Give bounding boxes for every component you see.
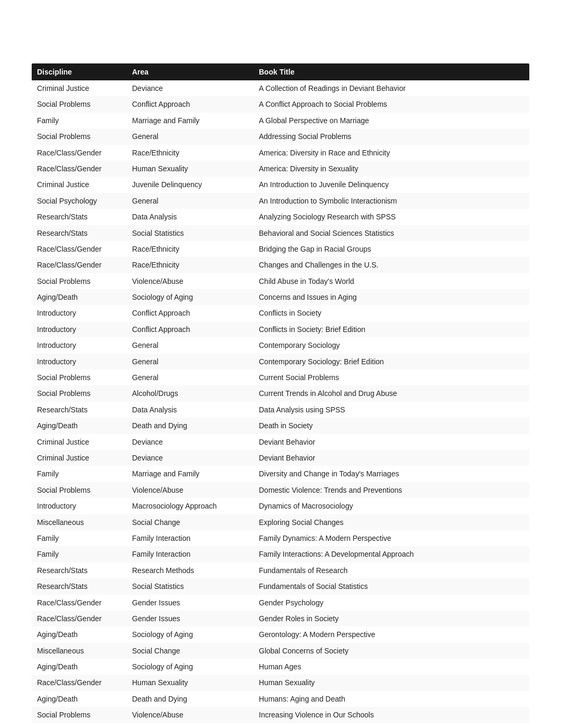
cell-discipline: Miscellaneous — [37, 644, 132, 657]
table-row: Criminal JusticeJuvenile DelinquencyAn I… — [32, 177, 529, 192]
cell-discipline: Race/Class/Gender — [37, 162, 132, 175]
cell-area: General — [132, 355, 259, 368]
table-row: IntroductoryGeneralContemporary Sociolog… — [32, 354, 529, 370]
cell-area: Macrosociology Approach — [132, 500, 259, 512]
table-row: Race/Class/GenderHuman SexualityHuman Se… — [32, 675, 529, 690]
table-row: Social ProblemsViolence/AbuseDomestic Vi… — [32, 482, 529, 498]
table-row: MiscellaneousSocial ChangeGlobal Concern… — [32, 643, 529, 659]
table-row: IntroductoryGeneralContemporary Sociolog… — [32, 337, 529, 353]
cell-area: Human Sexuality — [132, 676, 259, 689]
table-row: Aging/DeathDeath and DyingHumans: Aging … — [32, 691, 529, 707]
table-row: Criminal JusticeDevianceDeviant Behavior — [32, 434, 529, 450]
cell-discipline: Social Problems — [37, 708, 132, 721]
cell-discipline: Aging/Death — [37, 693, 132, 705]
cell-area: Violence/Abuse — [132, 275, 259, 288]
cell-discipline: Social Problems — [37, 130, 132, 143]
cell-discipline: Family — [37, 532, 132, 545]
cell-title: Gender Psychology — [259, 596, 524, 609]
cell-area: Family Interaction — [132, 548, 259, 560]
cell-title: Human Ages — [259, 660, 524, 673]
cell-title: Fundamentals of Research — [259, 564, 524, 577]
cell-title: Family Dynamics: A Modern Perspective — [259, 532, 524, 545]
cell-area: Data Analysis — [132, 210, 259, 223]
cell-area: Social Statistics — [132, 227, 259, 239]
table-row: Social ProblemsAlcohol/DrugsCurrent Tren… — [32, 385, 529, 401]
cell-discipline: Research/Stats — [37, 210, 132, 223]
cell-area: Human Sexuality — [132, 162, 259, 175]
cell-area: Gender Issues — [132, 612, 259, 625]
cell-title: Conflicts in Society — [259, 307, 524, 319]
cell-area: General — [132, 130, 259, 143]
cell-area: General — [132, 339, 259, 352]
cell-area: Data Analysis — [132, 403, 259, 416]
cell-discipline: Race/Class/Gender — [37, 259, 132, 271]
cell-discipline: Introductory — [37, 307, 132, 319]
cell-discipline: Introductory — [37, 323, 132, 336]
cell-title: Gerontology: A Modern Perspective — [259, 628, 524, 641]
cell-discipline: Race/Class/Gender — [37, 243, 132, 255]
cell-discipline: Race/Class/Gender — [37, 596, 132, 609]
cell-discipline: Race/Class/Gender — [37, 612, 132, 625]
cell-discipline: Criminal Justice — [37, 82, 132, 95]
cell-area: General — [132, 195, 259, 207]
table-row: Research/StatsSocial StatisticsFundament… — [32, 578, 529, 594]
cell-discipline: Research/Stats — [37, 580, 132, 593]
cell-title: Diversity and Change in Today's Marriage… — [259, 467, 524, 480]
table-row: Social ProblemsGeneralCurrent Social Pro… — [32, 370, 529, 385]
cell-title: Analyzing Sociology Research with SPSS — [259, 210, 524, 223]
cell-title: Dynamics of Macrosociology — [259, 500, 524, 512]
cell-area: Deviance — [132, 451, 259, 464]
cell-title: Deviant Behavior — [259, 451, 524, 464]
cell-area: Death and Dying — [132, 419, 259, 432]
cell-title: Bridging the Gap in Racial Groups — [259, 243, 524, 255]
cell-discipline: Social Problems — [37, 275, 132, 288]
cell-title: America: Diversity in Sexuality — [259, 162, 524, 175]
cell-discipline: Criminal Justice — [37, 178, 132, 191]
table-row: FamilyFamily InteractionFamily Dynamics:… — [32, 530, 529, 546]
cell-title: Data Analysis using SPSS — [259, 403, 524, 416]
cell-title: Addressing Social Problems — [259, 130, 524, 143]
cell-title: Deviant Behavior — [259, 436, 524, 448]
table-row: Social PsychologyGeneralAn Introduction … — [32, 193, 529, 209]
cell-title: Contemporary Sociology: Brief Edition — [259, 355, 524, 368]
cell-title: Global Concerns of Society — [259, 644, 524, 657]
table-row: Social ProblemsConflict ApproachA Confli… — [32, 96, 529, 112]
cell-area: Marriage and Family — [132, 467, 259, 480]
cell-title: Child Abuse in Today's World — [259, 275, 524, 288]
cell-title: Domestic Violence: Trends and Prevention… — [259, 484, 524, 496]
table-row: Race/Class/GenderGender IssuesGender Psy… — [32, 595, 529, 611]
cell-discipline: Aging/Death — [37, 660, 132, 673]
cell-title: An Introduction to Juvenile Delinquency — [259, 178, 524, 191]
header-title: Book Title — [259, 68, 524, 76]
header-area: Area — [132, 68, 259, 76]
table-row: Race/Class/GenderRace/EthnicityBridging … — [32, 241, 529, 257]
cell-title: Human Sexuality — [259, 676, 524, 689]
cell-title: Current Social Problems — [259, 371, 524, 384]
table-row: FamilyFamily InteractionFamily Interacti… — [32, 546, 529, 562]
cell-discipline: Social Problems — [37, 484, 132, 496]
cell-title: Gender Roles in Society — [259, 612, 524, 625]
cell-area: Marriage and Family — [132, 114, 259, 127]
cell-area: General — [132, 371, 259, 384]
cell-discipline: Social Problems — [37, 371, 132, 384]
cell-area: Conflict Approach — [132, 323, 259, 336]
cell-area: Family Interaction — [132, 532, 259, 545]
cell-discipline: Social Problems — [37, 387, 132, 400]
cell-area: Death and Dying — [132, 693, 259, 705]
cell-area: Sociology of Aging — [132, 660, 259, 673]
main-table: Discipline Area Book Title Criminal Just… — [32, 63, 529, 723]
cell-title: A Global Perspective on Marriage — [259, 114, 524, 127]
table-row: Social ProblemsViolence/AbuseChild Abuse… — [32, 273, 529, 289]
cell-title: A Collection of Readings in Deviant Beha… — [259, 82, 524, 95]
cell-title: Family Interactions: A Developmental App… — [259, 548, 524, 560]
header-discipline: Discipline — [37, 68, 132, 76]
table-row: Research/StatsResearch MethodsFundamenta… — [32, 563, 529, 578]
cell-title: Conflicts in Society: Brief Edition — [259, 323, 524, 336]
cell-discipline: Miscellaneous — [37, 516, 132, 529]
table-row: Social ProblemsViolence/AbuseIncreasing … — [32, 707, 529, 723]
table-row: Race/Class/GenderRace/EthnicityAmerica: … — [32, 145, 529, 161]
cell-area: Sociology of Aging — [132, 291, 259, 303]
table-row: Research/StatsData AnalysisData Analysis… — [32, 402, 529, 418]
cell-title: Concerns and Issues in Aging — [259, 291, 524, 303]
table-row: Research/StatsData AnalysisAnalyzing Soc… — [32, 209, 529, 225]
